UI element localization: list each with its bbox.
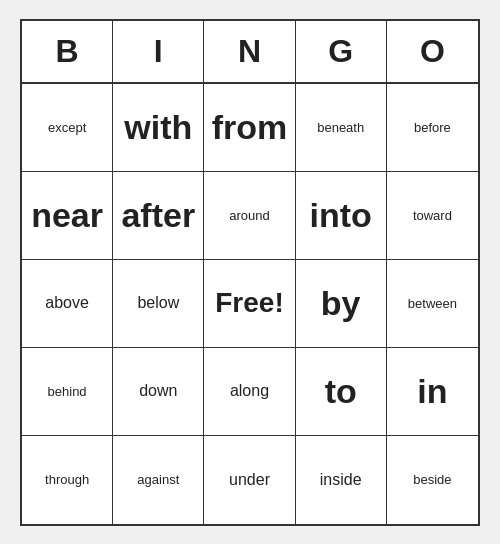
bingo-cell-20: through: [22, 436, 113, 524]
bingo-card: BINGO exceptwithfrombeneathbeforenearaft…: [20, 19, 480, 526]
bingo-cell-5: near: [22, 172, 113, 260]
bingo-cell-1: with: [113, 84, 204, 172]
bingo-cell-8: into: [296, 172, 387, 260]
header-letter-B: B: [22, 21, 113, 82]
bingo-cell-16: down: [113, 348, 204, 436]
bingo-cell-14: between: [387, 260, 478, 348]
cell-text-21: against: [137, 472, 179, 487]
cell-text-10: above: [45, 294, 89, 312]
cell-text-8: into: [310, 196, 372, 235]
cell-text-16: down: [139, 382, 177, 400]
bingo-cell-12: Free!: [204, 260, 295, 348]
cell-text-18: to: [325, 372, 357, 411]
bingo-cell-0: except: [22, 84, 113, 172]
header-letter-G: G: [296, 21, 387, 82]
cell-text-2: from: [212, 108, 288, 147]
cell-text-23: inside: [320, 471, 362, 489]
bingo-cell-3: beneath: [296, 84, 387, 172]
bingo-cell-19: in: [387, 348, 478, 436]
cell-text-20: through: [45, 472, 89, 487]
bingo-cell-2: from: [204, 84, 295, 172]
bingo-cell-13: by: [296, 260, 387, 348]
bingo-header: BINGO: [22, 21, 478, 84]
bingo-cell-18: to: [296, 348, 387, 436]
header-letter-N: N: [204, 21, 295, 82]
bingo-cell-11: below: [113, 260, 204, 348]
cell-text-11: below: [137, 294, 179, 312]
cell-text-3: beneath: [317, 120, 364, 135]
cell-text-14: between: [408, 296, 457, 311]
cell-text-9: toward: [413, 208, 452, 223]
cell-text-5: near: [31, 196, 103, 235]
cell-text-4: before: [414, 120, 451, 135]
cell-text-7: around: [229, 208, 269, 223]
bingo-cell-21: against: [113, 436, 204, 524]
cell-text-17: along: [230, 382, 269, 400]
bingo-cell-23: inside: [296, 436, 387, 524]
cell-text-24: beside: [413, 472, 451, 487]
bingo-body: exceptwithfrombeneathbeforenearafterarou…: [22, 84, 478, 524]
header-letter-I: I: [113, 21, 204, 82]
bingo-cell-6: after: [113, 172, 204, 260]
bingo-cell-9: toward: [387, 172, 478, 260]
bingo-cell-24: beside: [387, 436, 478, 524]
bingo-cell-10: above: [22, 260, 113, 348]
cell-text-19: in: [417, 372, 447, 411]
cell-text-1: with: [124, 108, 192, 147]
cell-text-12: Free!: [215, 287, 283, 319]
cell-text-0: except: [48, 120, 86, 135]
bingo-cell-22: under: [204, 436, 295, 524]
cell-text-6: after: [121, 196, 195, 235]
bingo-cell-15: behind: [22, 348, 113, 436]
bingo-cell-4: before: [387, 84, 478, 172]
cell-text-22: under: [229, 471, 270, 489]
header-letter-O: O: [387, 21, 478, 82]
cell-text-13: by: [321, 284, 361, 323]
cell-text-15: behind: [48, 384, 87, 399]
bingo-cell-7: around: [204, 172, 295, 260]
bingo-cell-17: along: [204, 348, 295, 436]
